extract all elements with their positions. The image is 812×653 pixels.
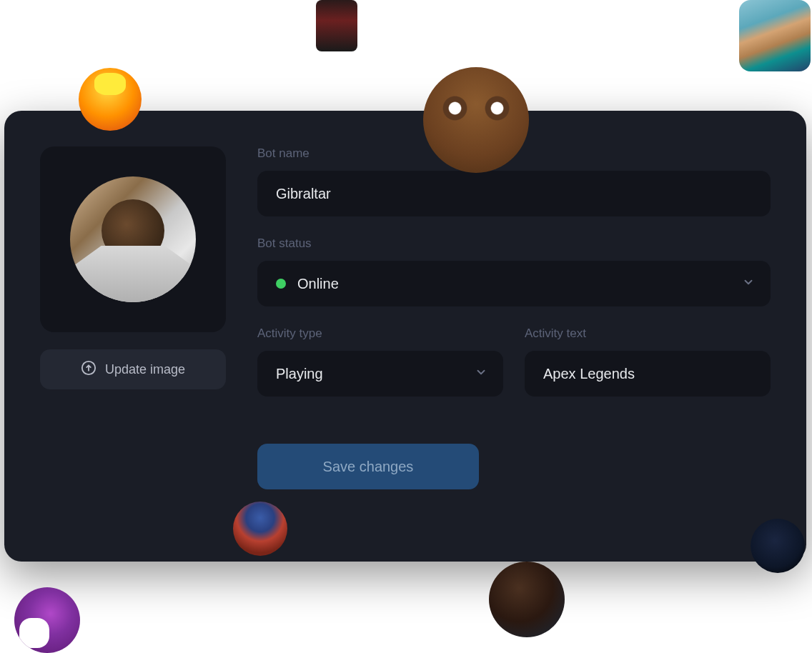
activity-text-value: Apex Legends (543, 366, 635, 382)
save-changes-button[interactable]: Save changes (257, 444, 479, 489)
status-indicator-dot (276, 279, 286, 289)
chevron-down-icon (742, 276, 755, 291)
activity-text-field: Activity text Apex Legends (525, 326, 771, 397)
bot-settings-card: Update image Bot name Gibraltar Bot stat… (4, 111, 806, 562)
bot-avatar (70, 176, 196, 302)
activity-text-input[interactable]: Apex Legends (525, 351, 771, 397)
activity-type-field: Activity type Playing (257, 326, 503, 397)
decorative-avatar (423, 67, 529, 173)
chevron-down-icon (475, 366, 487, 382)
activity-type-label: Activity type (257, 326, 503, 341)
decorative-avatar (233, 502, 287, 556)
form-column: Bot name Gibraltar Bot status Online (257, 146, 771, 489)
bot-status-select[interactable]: Online (257, 261, 771, 306)
avatar-frame (40, 146, 226, 332)
bot-status-field: Bot status Online (257, 236, 771, 306)
bot-status-value: Online (297, 276, 339, 292)
bot-name-input[interactable]: Gibraltar (257, 171, 771, 216)
bot-status-label: Bot status (257, 236, 771, 251)
decorative-avatar (14, 587, 80, 653)
activity-type-select[interactable]: Playing (257, 351, 503, 397)
decorative-avatar (79, 68, 142, 131)
bot-name-field: Bot name Gibraltar (257, 146, 771, 216)
avatar-column: Update image (40, 146, 226, 489)
activity-text-label: Activity text (525, 326, 771, 341)
update-image-button[interactable]: Update image (40, 349, 226, 389)
decorative-avatar (489, 562, 565, 637)
decorative-avatar (316, 0, 357, 51)
upload-icon (81, 360, 96, 379)
update-image-label: Update image (105, 362, 185, 377)
save-changes-label: Save changes (323, 459, 414, 474)
bot-name-value: Gibraltar (276, 186, 331, 202)
decorative-avatar (739, 0, 811, 71)
activity-type-value: Playing (276, 366, 323, 382)
decorative-avatar (751, 519, 805, 573)
